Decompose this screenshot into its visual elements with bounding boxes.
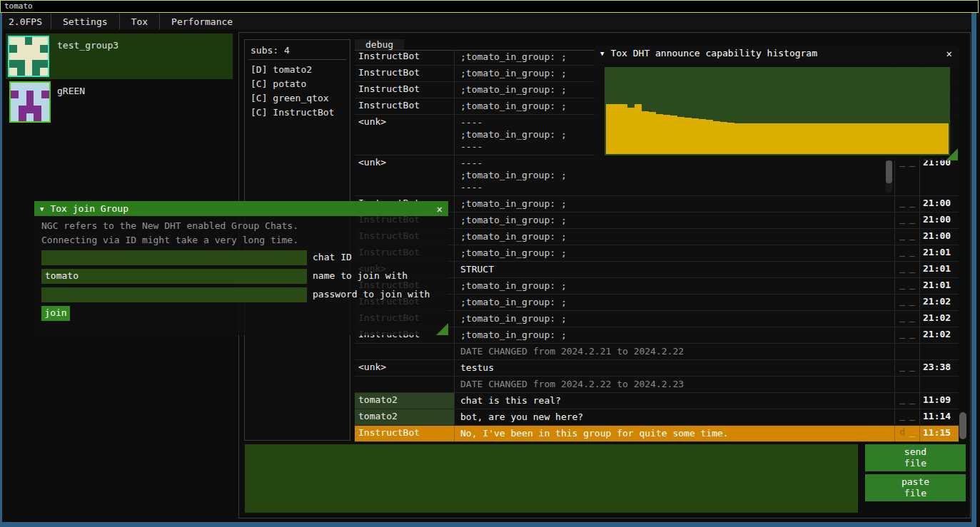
dht-capability-histogram-plot xyxy=(605,67,950,155)
join-group-titlebar[interactable]: ▼ Tox join Group ✕ xyxy=(34,201,448,216)
histogram-bar xyxy=(777,123,784,154)
delivery-mark: _ xyxy=(909,246,915,261)
chat-sender-name: <unk> xyxy=(355,155,455,195)
chat-timestamp: 21:00 xyxy=(919,229,959,245)
menu-item-tox[interactable]: Tox xyxy=(120,16,159,27)
sidebar-group-test_group3[interactable]: test_group3 xyxy=(6,34,233,79)
tomato-app-window: tomato 2.0FPS SettingsToxPerformance tes… xyxy=(0,0,980,527)
dht-histogram-window: ▼ Tox DHT announce capability histogram … xyxy=(595,46,958,160)
delivery-mark: _ xyxy=(909,312,915,327)
chat-message-text: ;tomato_in_group: ; xyxy=(455,196,894,212)
close-icon[interactable]: ✕ xyxy=(437,204,443,214)
chat-timestamp: 21:01 xyxy=(919,278,959,294)
delivery-indicator: __ xyxy=(894,311,919,327)
subs-count-label: subs: 4 xyxy=(245,40,350,59)
delivery-mark: d xyxy=(899,426,905,441)
join-name-input[interactable]: tomato xyxy=(41,269,307,284)
join-password-input[interactable] xyxy=(41,287,307,302)
histogram-bar xyxy=(813,123,820,154)
chat-timestamp: 11:14 xyxy=(919,409,959,425)
histogram-bar xyxy=(891,123,899,154)
delivery-mark: _ xyxy=(909,328,915,343)
menu-item-performance[interactable]: Performance xyxy=(160,16,244,27)
menu-item-settings[interactable]: Settings xyxy=(51,16,119,27)
delivery-mark: _ xyxy=(899,156,905,195)
delivery-mark: _ xyxy=(899,213,905,228)
chat-timestamp: 21:02 xyxy=(919,295,959,310)
chat-row: DATE CHANGED from 2024.2.21 to 2024.2.22 xyxy=(355,344,959,360)
dht-histogram-titlebar[interactable]: ▼ Tox DHT announce capability histogram … xyxy=(595,46,958,61)
histogram-bar xyxy=(692,118,699,154)
message-scrollbar[interactable] xyxy=(886,157,892,193)
histogram-bar xyxy=(827,123,834,154)
delivery-mark: _ xyxy=(909,394,915,409)
chat-message-text: DATE CHANGED from 2024.2.22 to 2024.2.23 xyxy=(455,377,894,392)
histogram-bar xyxy=(685,118,692,154)
histogram-bar xyxy=(899,123,906,154)
delivery-indicator: d_ xyxy=(894,426,919,441)
histogram-bar xyxy=(856,123,863,154)
delivery-mark: _ xyxy=(909,213,915,228)
chat-sender-name xyxy=(355,377,455,392)
histogram-bar xyxy=(863,123,870,154)
chat-sender-name: <unk> xyxy=(355,360,455,376)
chat-row: <unk>---- ;tomato_in_group: ; ----__21:0… xyxy=(355,155,959,196)
close-icon[interactable]: ✕ xyxy=(946,48,952,58)
histogram-bar xyxy=(706,120,713,154)
subs-member: [C] green_qtox xyxy=(245,91,350,106)
delivery-mark: _ xyxy=(899,361,905,376)
chat-timestamp: 11:09 xyxy=(919,393,959,409)
chat-id-input[interactable] xyxy=(41,250,307,265)
chat-timestamp: 21:02 xyxy=(919,311,959,327)
histogram-bar xyxy=(620,104,627,154)
resize-grip[interactable] xyxy=(436,323,448,335)
chat-sender-name xyxy=(355,344,455,359)
delivery-mark: _ xyxy=(899,262,905,277)
chat-timestamp: 21:02 xyxy=(919,327,959,343)
join-group-window: ▼ Tox join Group ✕ NGC refers to the New… xyxy=(34,201,448,335)
delivery-indicator: __ xyxy=(894,295,919,310)
chat-timestamp: 21:01 xyxy=(919,245,959,261)
message-scrollbar-thumb[interactable] xyxy=(886,160,892,183)
tab-debug[interactable]: debug xyxy=(355,39,404,50)
send-file-button[interactable]: send file xyxy=(865,444,966,471)
delivery-mark: _ xyxy=(909,410,915,425)
delivery-mark: _ xyxy=(909,197,915,212)
delivery-indicator: __ xyxy=(894,155,919,195)
message-input[interactable] xyxy=(245,444,858,513)
delivery-mark: _ xyxy=(899,394,905,409)
histogram-bar xyxy=(870,123,877,154)
chat-scrollbar-thumb[interactable] xyxy=(959,412,966,439)
histogram-bar xyxy=(884,123,891,154)
window-border-left xyxy=(0,13,2,527)
histogram-bar xyxy=(849,123,856,154)
chat-message-text: chat is this real? xyxy=(455,393,894,409)
paste-file-button[interactable]: paste file xyxy=(865,474,966,501)
histogram-bar xyxy=(734,123,742,154)
chat-sender-name: tomato2 xyxy=(355,393,455,409)
chat-message-text: ;tomato_in_group: ; xyxy=(455,327,894,343)
chat-id-label: chat ID xyxy=(313,250,352,265)
collapse-icon[interactable]: ▼ xyxy=(600,50,604,57)
chat-sender-name: <unk> xyxy=(355,115,455,155)
chat-sender-name: InstructBot xyxy=(355,82,455,98)
chat-sender-name: InstructBot xyxy=(355,66,455,81)
chat-timestamp: 21:00 xyxy=(919,213,959,228)
sidebar-group-gREEN[interactable]: gREEN xyxy=(6,79,233,125)
os-titlebar[interactable]: tomato xyxy=(0,0,979,13)
resize-grip[interactable] xyxy=(946,148,958,160)
join-password-label: password to join with xyxy=(313,287,430,302)
group-avatar xyxy=(8,36,49,77)
histogram-bar xyxy=(906,123,913,154)
join-button[interactable]: join xyxy=(41,306,70,321)
subs-separator xyxy=(248,59,346,60)
dht-histogram-title: Tox DHT announce capability histogram xyxy=(610,48,817,58)
subs-member: [C] potato xyxy=(245,77,350,91)
delivery-indicator: __ xyxy=(894,393,919,409)
collapse-icon[interactable]: ▼ xyxy=(40,205,44,213)
delivery-mark: _ xyxy=(899,197,905,212)
delivery-mark: _ xyxy=(909,279,915,294)
histogram-bar xyxy=(742,123,749,154)
histogram-bar xyxy=(613,104,620,154)
delivery-mark: _ xyxy=(909,156,915,195)
